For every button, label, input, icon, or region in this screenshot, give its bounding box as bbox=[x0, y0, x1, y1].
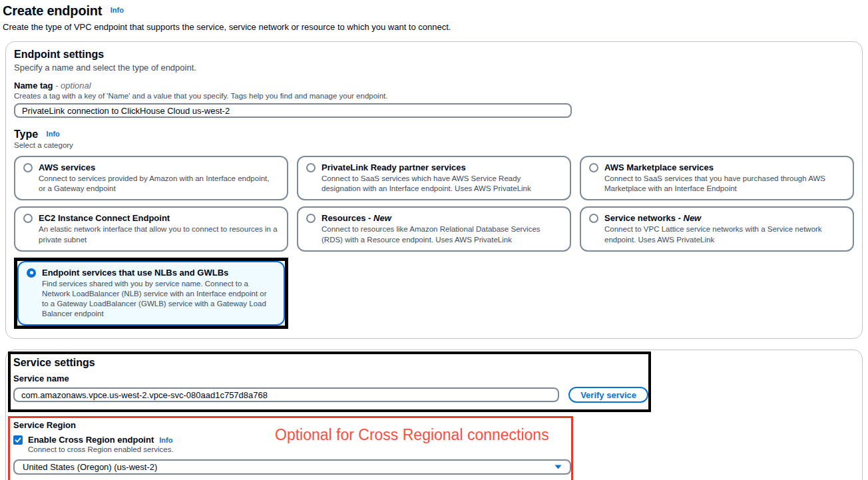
page-description: Create the type of VPC endpoint that sup… bbox=[3, 22, 868, 32]
page-title-info-link[interactable]: Info bbox=[110, 6, 124, 14]
service-settings-annotation-box: Service settings Service name com.amazon… bbox=[8, 352, 651, 412]
service-region-select[interactable]: United States (Oregon) (us-west-2) bbox=[13, 459, 571, 475]
type-info-link[interactable]: Info bbox=[47, 130, 60, 138]
check-icon bbox=[15, 437, 21, 443]
type-option-endpoint-services-nlb-gwlb[interactable]: Endpoint services that use NLBs and GWLB… bbox=[17, 261, 285, 326]
endpoint-settings-subtitle: Specify a name and select the type of en… bbox=[14, 63, 854, 73]
type-section-subtitle: Select a category bbox=[14, 141, 854, 149]
cross-region-annotation: Optional for Cross Regional connections bbox=[275, 426, 549, 444]
service-settings-title: Service settings bbox=[13, 357, 648, 369]
service-name-input[interactable]: com.amazonaws.vpce.us-west-2.vpce-svc-08… bbox=[13, 387, 559, 402]
radio-selected-icon[interactable] bbox=[27, 268, 36, 278]
type-option-service-networks[interactable]: Service networks - New Connect to VPC La… bbox=[580, 206, 854, 251]
type-section-heading: Type Info bbox=[14, 128, 854, 140]
selected-option-annotation-box: Endpoint services that use NLBs and GWLB… bbox=[14, 258, 288, 330]
type-option-resources[interactable]: Resources - New Connect to resources lik… bbox=[297, 206, 571, 251]
type-option-grid: AWS services Connect to services provide… bbox=[14, 156, 854, 329]
radio-unselected-icon[interactable] bbox=[306, 214, 316, 223]
service-region-selected-value: United States (Oregon) (us-west-2) bbox=[23, 462, 157, 472]
page-header: Create endpoint Info Create the type of … bbox=[0, 0, 868, 32]
chevron-down-icon bbox=[554, 465, 562, 469]
cross-region-checkbox-description: Connect to cross Region enabled services… bbox=[28, 445, 571, 453]
name-tag-description: Creates a tag with a key of 'Name' and a… bbox=[14, 92, 854, 100]
type-option-privatelink-partner[interactable]: PrivateLink Ready partner services Conne… bbox=[297, 156, 571, 200]
page-title: Create endpoint bbox=[3, 3, 102, 18]
radio-unselected-icon[interactable] bbox=[23, 214, 33, 223]
radio-unselected-icon[interactable] bbox=[23, 163, 33, 172]
type-option-ec2-instance-connect[interactable]: EC2 Instance Connect Endpoint An elastic… bbox=[14, 206, 288, 251]
verify-service-button[interactable]: Verify service bbox=[568, 387, 648, 403]
type-option-aws-services[interactable]: AWS services Connect to services provide… bbox=[14, 156, 288, 200]
service-name-label: Service name bbox=[13, 373, 648, 383]
endpoint-settings-title: Endpoint settings bbox=[14, 49, 854, 61]
name-tag-input[interactable]: PrivateLink connection to ClickHouse Clo… bbox=[14, 103, 572, 118]
endpoint-settings-card: Endpoint settings Specify a name and sel… bbox=[5, 41, 863, 339]
radio-unselected-icon[interactable] bbox=[589, 163, 598, 172]
cross-region-info-link[interactable]: Info bbox=[159, 436, 172, 444]
type-option-marketplace[interactable]: AWS Marketplace services Connect to SaaS… bbox=[580, 156, 854, 200]
cross-region-checkbox[interactable] bbox=[13, 435, 23, 445]
name-tag-label: Name tag - optional bbox=[14, 81, 854, 91]
name-tag-optional: - optional bbox=[55, 81, 91, 91]
radio-unselected-icon[interactable] bbox=[589, 214, 598, 223]
cross-region-checkbox-label[interactable]: Enable Cross Region endpoint bbox=[28, 435, 154, 445]
radio-unselected-icon[interactable] bbox=[306, 163, 316, 172]
service-region-annotation-box: Optional for Cross Regional connections … bbox=[8, 416, 573, 480]
service-settings-card: Service settings Service name com.amazon… bbox=[5, 350, 863, 480]
